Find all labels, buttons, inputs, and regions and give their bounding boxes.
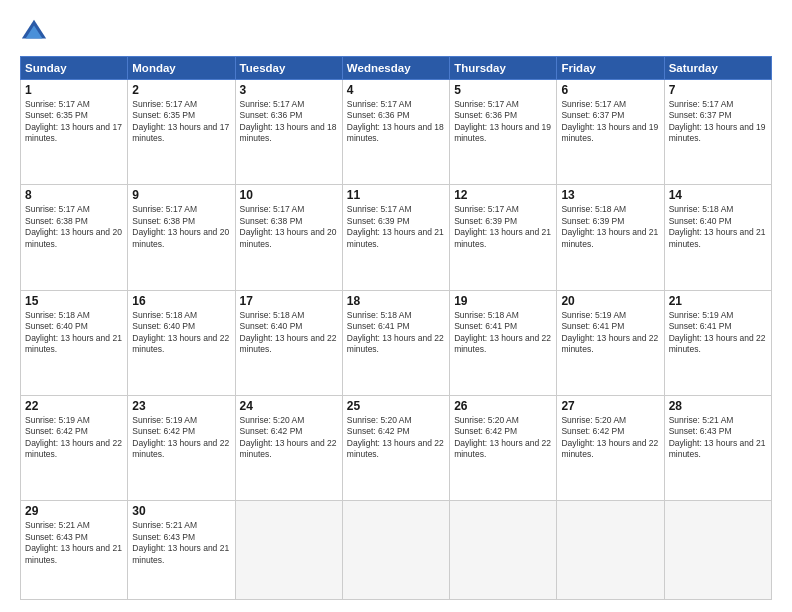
day-number: 4 bbox=[347, 83, 445, 97]
calendar-cell: 4Sunrise: 5:17 AMSunset: 6:36 PMDaylight… bbox=[342, 80, 449, 185]
day-info: Sunrise: 5:17 AMSunset: 6:38 PMDaylight:… bbox=[240, 204, 338, 250]
calendar-cell: 24Sunrise: 5:20 AMSunset: 6:42 PMDayligh… bbox=[235, 395, 342, 500]
calendar-table: SundayMondayTuesdayWednesdayThursdayFrid… bbox=[20, 56, 772, 600]
page: SundayMondayTuesdayWednesdayThursdayFrid… bbox=[0, 0, 792, 612]
day-number: 13 bbox=[561, 188, 659, 202]
weekday-header-wednesday: Wednesday bbox=[342, 57, 449, 80]
weekday-header-friday: Friday bbox=[557, 57, 664, 80]
day-info: Sunrise: 5:17 AMSunset: 6:36 PMDaylight:… bbox=[454, 99, 552, 145]
day-info: Sunrise: 5:17 AMSunset: 6:38 PMDaylight:… bbox=[25, 204, 123, 250]
day-number: 7 bbox=[669, 83, 767, 97]
calendar-cell: 25Sunrise: 5:20 AMSunset: 6:42 PMDayligh… bbox=[342, 395, 449, 500]
calendar-cell bbox=[450, 501, 557, 600]
calendar-cell: 21Sunrise: 5:19 AMSunset: 6:41 PMDayligh… bbox=[664, 290, 771, 395]
calendar-week-2: 15Sunrise: 5:18 AMSunset: 6:40 PMDayligh… bbox=[21, 290, 772, 395]
calendar-cell: 30Sunrise: 5:21 AMSunset: 6:43 PMDayligh… bbox=[128, 501, 235, 600]
day-info: Sunrise: 5:17 AMSunset: 6:35 PMDaylight:… bbox=[25, 99, 123, 145]
calendar-week-0: 1Sunrise: 5:17 AMSunset: 6:35 PMDaylight… bbox=[21, 80, 772, 185]
day-number: 9 bbox=[132, 188, 230, 202]
calendar-cell: 23Sunrise: 5:19 AMSunset: 6:42 PMDayligh… bbox=[128, 395, 235, 500]
day-info: Sunrise: 5:17 AMSunset: 6:36 PMDaylight:… bbox=[347, 99, 445, 145]
day-info: Sunrise: 5:17 AMSunset: 6:38 PMDaylight:… bbox=[132, 204, 230, 250]
calendar-cell: 6Sunrise: 5:17 AMSunset: 6:37 PMDaylight… bbox=[557, 80, 664, 185]
day-number: 29 bbox=[25, 504, 123, 518]
day-number: 25 bbox=[347, 399, 445, 413]
day-info: Sunrise: 5:20 AMSunset: 6:42 PMDaylight:… bbox=[561, 415, 659, 461]
calendar-cell: 19Sunrise: 5:18 AMSunset: 6:41 PMDayligh… bbox=[450, 290, 557, 395]
day-info: Sunrise: 5:18 AMSunset: 6:40 PMDaylight:… bbox=[132, 310, 230, 356]
day-info: Sunrise: 5:17 AMSunset: 6:37 PMDaylight:… bbox=[561, 99, 659, 145]
day-info: Sunrise: 5:18 AMSunset: 6:40 PMDaylight:… bbox=[669, 204, 767, 250]
calendar-cell: 18Sunrise: 5:18 AMSunset: 6:41 PMDayligh… bbox=[342, 290, 449, 395]
calendar-cell: 22Sunrise: 5:19 AMSunset: 6:42 PMDayligh… bbox=[21, 395, 128, 500]
calendar-cell: 7Sunrise: 5:17 AMSunset: 6:37 PMDaylight… bbox=[664, 80, 771, 185]
day-info: Sunrise: 5:17 AMSunset: 6:36 PMDaylight:… bbox=[240, 99, 338, 145]
day-number: 2 bbox=[132, 83, 230, 97]
calendar-cell: 12Sunrise: 5:17 AMSunset: 6:39 PMDayligh… bbox=[450, 185, 557, 290]
day-info: Sunrise: 5:18 AMSunset: 6:39 PMDaylight:… bbox=[561, 204, 659, 250]
day-info: Sunrise: 5:18 AMSunset: 6:40 PMDaylight:… bbox=[240, 310, 338, 356]
day-number: 18 bbox=[347, 294, 445, 308]
weekday-header-saturday: Saturday bbox=[664, 57, 771, 80]
calendar-week-4: 29Sunrise: 5:21 AMSunset: 6:43 PMDayligh… bbox=[21, 501, 772, 600]
logo-icon bbox=[20, 18, 48, 46]
day-info: Sunrise: 5:19 AMSunset: 6:42 PMDaylight:… bbox=[25, 415, 123, 461]
header bbox=[20, 18, 772, 46]
day-number: 26 bbox=[454, 399, 552, 413]
day-number: 14 bbox=[669, 188, 767, 202]
day-number: 16 bbox=[132, 294, 230, 308]
calendar-cell bbox=[235, 501, 342, 600]
weekday-header-row: SundayMondayTuesdayWednesdayThursdayFrid… bbox=[21, 57, 772, 80]
day-number: 8 bbox=[25, 188, 123, 202]
calendar-week-1: 8Sunrise: 5:17 AMSunset: 6:38 PMDaylight… bbox=[21, 185, 772, 290]
calendar-cell: 11Sunrise: 5:17 AMSunset: 6:39 PMDayligh… bbox=[342, 185, 449, 290]
day-info: Sunrise: 5:20 AMSunset: 6:42 PMDaylight:… bbox=[240, 415, 338, 461]
weekday-header-thursday: Thursday bbox=[450, 57, 557, 80]
calendar-cell: 13Sunrise: 5:18 AMSunset: 6:39 PMDayligh… bbox=[557, 185, 664, 290]
weekday-header-sunday: Sunday bbox=[21, 57, 128, 80]
calendar-cell: 5Sunrise: 5:17 AMSunset: 6:36 PMDaylight… bbox=[450, 80, 557, 185]
day-number: 30 bbox=[132, 504, 230, 518]
day-info: Sunrise: 5:21 AMSunset: 6:43 PMDaylight:… bbox=[132, 520, 230, 566]
day-info: Sunrise: 5:20 AMSunset: 6:42 PMDaylight:… bbox=[454, 415, 552, 461]
day-number: 5 bbox=[454, 83, 552, 97]
calendar-cell bbox=[664, 501, 771, 600]
day-info: Sunrise: 5:18 AMSunset: 6:41 PMDaylight:… bbox=[347, 310, 445, 356]
day-number: 17 bbox=[240, 294, 338, 308]
day-number: 10 bbox=[240, 188, 338, 202]
day-info: Sunrise: 5:21 AMSunset: 6:43 PMDaylight:… bbox=[669, 415, 767, 461]
calendar-cell: 2Sunrise: 5:17 AMSunset: 6:35 PMDaylight… bbox=[128, 80, 235, 185]
calendar-cell: 10Sunrise: 5:17 AMSunset: 6:38 PMDayligh… bbox=[235, 185, 342, 290]
calendar-week-3: 22Sunrise: 5:19 AMSunset: 6:42 PMDayligh… bbox=[21, 395, 772, 500]
day-info: Sunrise: 5:18 AMSunset: 6:41 PMDaylight:… bbox=[454, 310, 552, 356]
day-number: 23 bbox=[132, 399, 230, 413]
calendar-cell bbox=[342, 501, 449, 600]
day-info: Sunrise: 5:17 AMSunset: 6:39 PMDaylight:… bbox=[347, 204, 445, 250]
weekday-header-tuesday: Tuesday bbox=[235, 57, 342, 80]
calendar-cell: 26Sunrise: 5:20 AMSunset: 6:42 PMDayligh… bbox=[450, 395, 557, 500]
calendar-cell: 8Sunrise: 5:17 AMSunset: 6:38 PMDaylight… bbox=[21, 185, 128, 290]
day-info: Sunrise: 5:21 AMSunset: 6:43 PMDaylight:… bbox=[25, 520, 123, 566]
day-info: Sunrise: 5:20 AMSunset: 6:42 PMDaylight:… bbox=[347, 415, 445, 461]
day-number: 19 bbox=[454, 294, 552, 308]
day-number: 24 bbox=[240, 399, 338, 413]
day-info: Sunrise: 5:19 AMSunset: 6:41 PMDaylight:… bbox=[561, 310, 659, 356]
calendar-cell: 1Sunrise: 5:17 AMSunset: 6:35 PMDaylight… bbox=[21, 80, 128, 185]
day-info: Sunrise: 5:19 AMSunset: 6:42 PMDaylight:… bbox=[132, 415, 230, 461]
calendar-cell: 29Sunrise: 5:21 AMSunset: 6:43 PMDayligh… bbox=[21, 501, 128, 600]
day-number: 6 bbox=[561, 83, 659, 97]
day-number: 28 bbox=[669, 399, 767, 413]
calendar-cell bbox=[557, 501, 664, 600]
day-info: Sunrise: 5:17 AMSunset: 6:37 PMDaylight:… bbox=[669, 99, 767, 145]
calendar-cell: 14Sunrise: 5:18 AMSunset: 6:40 PMDayligh… bbox=[664, 185, 771, 290]
day-number: 1 bbox=[25, 83, 123, 97]
day-number: 21 bbox=[669, 294, 767, 308]
day-info: Sunrise: 5:17 AMSunset: 6:39 PMDaylight:… bbox=[454, 204, 552, 250]
calendar-cell: 17Sunrise: 5:18 AMSunset: 6:40 PMDayligh… bbox=[235, 290, 342, 395]
day-info: Sunrise: 5:18 AMSunset: 6:40 PMDaylight:… bbox=[25, 310, 123, 356]
calendar-cell: 3Sunrise: 5:17 AMSunset: 6:36 PMDaylight… bbox=[235, 80, 342, 185]
day-number: 22 bbox=[25, 399, 123, 413]
day-info: Sunrise: 5:17 AMSunset: 6:35 PMDaylight:… bbox=[132, 99, 230, 145]
day-number: 27 bbox=[561, 399, 659, 413]
calendar-cell: 20Sunrise: 5:19 AMSunset: 6:41 PMDayligh… bbox=[557, 290, 664, 395]
